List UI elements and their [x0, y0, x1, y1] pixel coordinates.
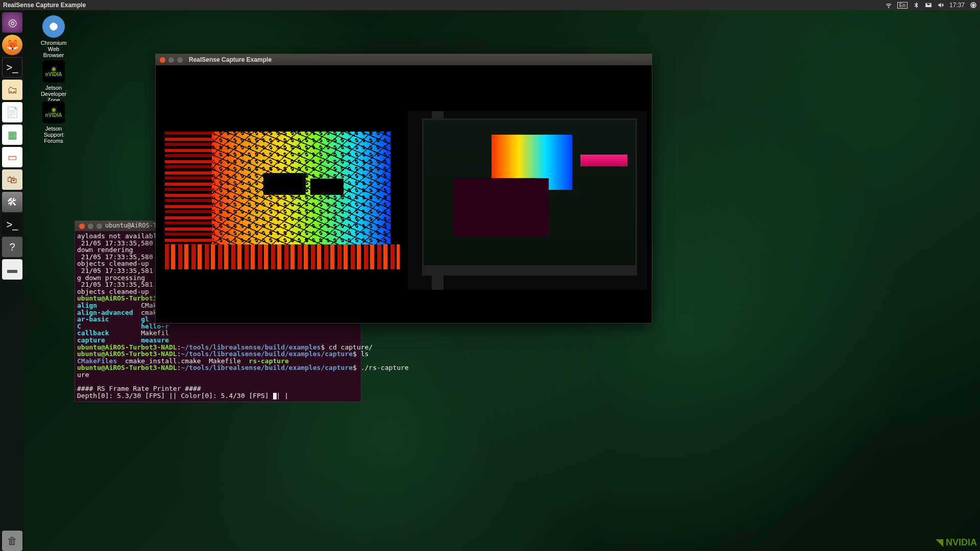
nvidia-icon: ◉nVIDIA — [42, 101, 65, 123]
depth-stream: Depth — [165, 132, 400, 269]
maximize-icon[interactable] — [96, 223, 102, 229]
capture-titlebar[interactable]: RealSense Capture Example — [156, 54, 652, 65]
top-panel: RealSense Capture Example En 17:37 — [0, 0, 742, 10]
realsense-capture-window[interactable]: RealSense Capture Example Depth Color — [155, 54, 652, 323]
dash-icon[interactable]: ◎ — [2, 12, 22, 33]
writer-icon[interactable]: 📄 — [2, 102, 22, 122]
chromium-icon — [42, 15, 65, 38]
color-stream: Color — [408, 111, 647, 290]
maximize-icon[interactable] — [177, 57, 183, 63]
terminal-icon[interactable]: >_ — [2, 57, 22, 78]
desktop-icon-jetson-dev[interactable]: ◉nVIDIA Jetson Developer Zone — [31, 60, 77, 103]
active-window-title: RealSense Capture Example — [3, 2, 86, 9]
close-icon[interactable] — [160, 57, 165, 63]
capture-body: Depth Color — [156, 65, 652, 323]
depth-image — [165, 132, 400, 269]
capture-title: RealSense Capture Example — [189, 56, 272, 63]
terminal-icon-2[interactable]: >_ — [2, 214, 22, 235]
impress-icon[interactable]: ▭ — [2, 147, 22, 167]
help-icon[interactable]: ? — [2, 237, 22, 257]
software-center-icon[interactable]: 🛍 — [2, 169, 22, 190]
minimize-icon[interactable] — [88, 223, 93, 229]
launcher-dock: ◎ 🦊 >_ 🗂 📄 ▦ ▭ 🛍 🛠 >_ ? ▬ 🗑 — [0, 10, 24, 430]
calc-icon[interactable]: ▦ — [2, 124, 22, 145]
minimize-icon[interactable] — [168, 57, 174, 63]
color-image — [408, 111, 647, 290]
drive-icon[interactable]: ▬ — [2, 259, 22, 280]
desktop-icon-jetson-forums[interactable]: ◉nVIDIA Jetson Support Forums — [31, 101, 77, 144]
nvidia-icon: ◉nVIDIA — [42, 60, 65, 83]
desktop-icon-chromium[interactable]: Chromium Web Browser — [31, 15, 77, 58]
settings-icon[interactable]: 🛠 — [2, 192, 22, 212]
terminal-cursor — [273, 393, 277, 399]
close-icon[interactable] — [79, 223, 85, 229]
files-icon[interactable]: 🗂 — [2, 80, 22, 100]
firefox-icon[interactable]: 🦊 — [2, 35, 22, 55]
